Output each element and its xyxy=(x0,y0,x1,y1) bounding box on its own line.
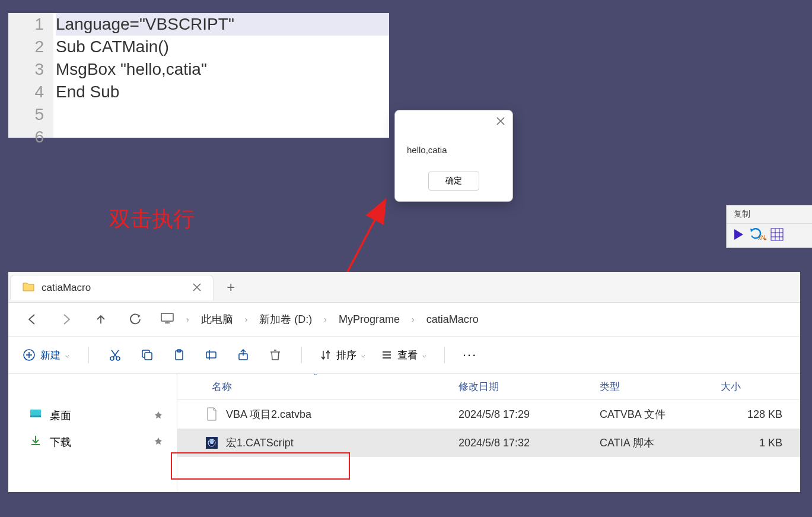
breadcrumb: › 此电脑 › 新加卷 (D:) › MyPrograme › catiaMac… xyxy=(160,312,479,327)
code-area[interactable]: Language="VBSCRIPT" Sub CATMain() MsgBox… xyxy=(53,13,389,138)
svg-rect-25 xyxy=(206,352,216,358)
file-explorer: catiaMacro + › 此电脑 › 新加卷 (D:) › xyxy=(8,272,800,492)
svg-rect-6 xyxy=(771,229,783,240)
svg-marker-11 xyxy=(138,315,141,318)
more-button[interactable]: ··· xyxy=(458,347,482,363)
svg-marker-5 xyxy=(765,238,767,240)
grid-icon[interactable] xyxy=(770,228,784,243)
line-number: 4 xyxy=(8,81,44,103)
computer-icon[interactable] xyxy=(160,312,174,327)
chevron-down-icon: ⌵ xyxy=(361,351,365,359)
line-number: 3 xyxy=(8,58,44,81)
svg-rect-12 xyxy=(161,313,173,321)
svg-rect-32 xyxy=(30,415,41,417)
breadcrumb-item[interactable]: 此电脑 xyxy=(201,312,233,326)
line-number-gutter: 1 2 3 4 5 6 xyxy=(8,13,53,138)
refresh-button[interactable] xyxy=(126,310,145,329)
explorer-tab[interactable]: catiaMacro xyxy=(10,275,214,300)
annotation-text: 双击执行 xyxy=(109,205,195,234)
explorer-sidebar: 桌面 下载 xyxy=(8,374,177,492)
close-icon[interactable] xyxy=(492,113,509,129)
ok-button[interactable]: 确定 xyxy=(428,172,479,191)
tab-close-icon[interactable] xyxy=(193,282,201,294)
new-label: 新建 xyxy=(40,348,60,362)
code-line: MsgBox "hello,catia" xyxy=(56,58,389,81)
chevron-down-icon: ⌵ xyxy=(65,351,69,359)
file-date: 2024/5/8 17:29 xyxy=(450,402,591,427)
up-button[interactable] xyxy=(91,310,110,329)
file-row[interactable]: 宏1.CATScript 2024/5/8 17:32 CATIA 脚本 1 K… xyxy=(177,429,800,457)
mini-toolbar-title: 复制 xyxy=(727,205,812,224)
chevron-right-icon: › xyxy=(245,315,248,324)
separator xyxy=(444,347,445,363)
mini-toolbar-icons: xN xyxy=(727,224,812,248)
cut-icon[interactable] xyxy=(102,345,128,365)
desktop-icon xyxy=(30,409,42,423)
code-line: Sub CATMain() xyxy=(56,36,389,58)
chevron-down-icon: ⌵ xyxy=(422,351,426,359)
file-name: 宏1.CATScript xyxy=(226,436,294,450)
column-header-type[interactable]: 类型 xyxy=(591,374,712,399)
paste-icon[interactable] xyxy=(166,345,192,365)
sort-button[interactable]: 排序 ⌵ xyxy=(315,348,370,362)
msgbox-message: hello,catia xyxy=(395,132,512,161)
column-header-date[interactable]: 修改日期 xyxy=(450,374,591,399)
column-header-name[interactable]: 名称 ⌃ xyxy=(177,374,450,399)
sidebar-item-desktop[interactable]: 桌面 xyxy=(8,402,177,429)
file-row[interactable]: VBA 项目2.catvba 2024/5/8 17:29 CATVBA 文件 … xyxy=(177,400,800,429)
download-icon xyxy=(30,434,42,449)
message-box: hello,catia 确定 xyxy=(394,110,513,202)
file-type: CATIA 脚本 xyxy=(591,430,712,456)
code-line: End Sub xyxy=(56,81,389,103)
play-icon[interactable] xyxy=(731,227,746,244)
rename-icon[interactable] xyxy=(198,345,224,365)
view-button[interactable]: 查看 ⌵ xyxy=(376,348,431,362)
breadcrumb-item[interactable]: catiaMacro xyxy=(426,313,479,326)
code-editor: 1 2 3 4 5 6 Language="VBSCRIPT" Sub CATM… xyxy=(8,13,389,138)
msgbox-footer: 确定 xyxy=(395,161,512,201)
delete-icon[interactable] xyxy=(262,345,288,365)
file-size: 128 KB xyxy=(712,402,800,427)
explorer-content: 桌面 下载 名称 ⌃ 修改日期 xyxy=(8,374,800,492)
mini-toolbar: 复制 xN xyxy=(726,205,812,248)
svg-rect-22 xyxy=(145,353,152,360)
tab-label: catiaMacro xyxy=(42,282,91,294)
chevron-right-icon: › xyxy=(324,315,327,324)
line-number: 6 xyxy=(8,126,44,148)
sidebar-item-label: 下载 xyxy=(50,435,71,449)
separator xyxy=(88,347,89,363)
separator xyxy=(301,347,302,363)
chevron-right-icon: › xyxy=(412,315,415,324)
line-number: 5 xyxy=(8,103,44,126)
forward-button[interactable] xyxy=(57,310,76,329)
breadcrumb-item[interactable]: 新加卷 (D:) xyxy=(259,312,312,326)
list-header: 名称 ⌃ 修改日期 类型 大小 xyxy=(177,374,800,400)
refresh-xn-icon[interactable]: xN xyxy=(749,227,767,244)
sidebar-item-downloads[interactable]: 下载 xyxy=(8,429,177,455)
svg-marker-2 xyxy=(734,229,743,240)
pin-icon[interactable] xyxy=(154,411,163,421)
pin-icon[interactable] xyxy=(154,437,163,447)
explorer-toolbar: 新建 ⌵ 排序 ⌵ 查看 ⌵ xyxy=(8,337,800,374)
column-header-size[interactable]: 大小 xyxy=(712,374,800,399)
address-bar: › 此电脑 › 新加卷 (D:) › MyPrograme › catiaMac… xyxy=(8,303,800,337)
file-list: 名称 ⌃ 修改日期 类型 大小 VBA 项目2.catvba 2024/5/8 … xyxy=(177,374,800,492)
file-type: CATVBA 文件 xyxy=(591,401,712,427)
line-number: 2 xyxy=(8,36,44,58)
new-button[interactable]: 新建 ⌵ xyxy=(23,348,75,362)
breadcrumb-item[interactable]: MyPrograme xyxy=(339,313,400,326)
file-size: 1 KB xyxy=(712,431,800,455)
back-button[interactable] xyxy=(23,310,42,329)
catia-icon xyxy=(205,436,219,450)
line-number: 1 xyxy=(8,13,44,36)
svg-text:xN: xN xyxy=(758,234,765,241)
folder-icon xyxy=(23,281,34,294)
new-tab-button[interactable]: + xyxy=(214,279,248,296)
sort-label: 排序 xyxy=(336,348,356,362)
copy-icon[interactable] xyxy=(134,345,160,365)
file-name: VBA 项目2.catvba xyxy=(226,407,311,421)
sidebar-item-label: 桌面 xyxy=(50,408,71,423)
document-icon xyxy=(205,407,219,421)
share-icon[interactable] xyxy=(230,345,256,365)
view-label: 查看 xyxy=(397,348,418,362)
